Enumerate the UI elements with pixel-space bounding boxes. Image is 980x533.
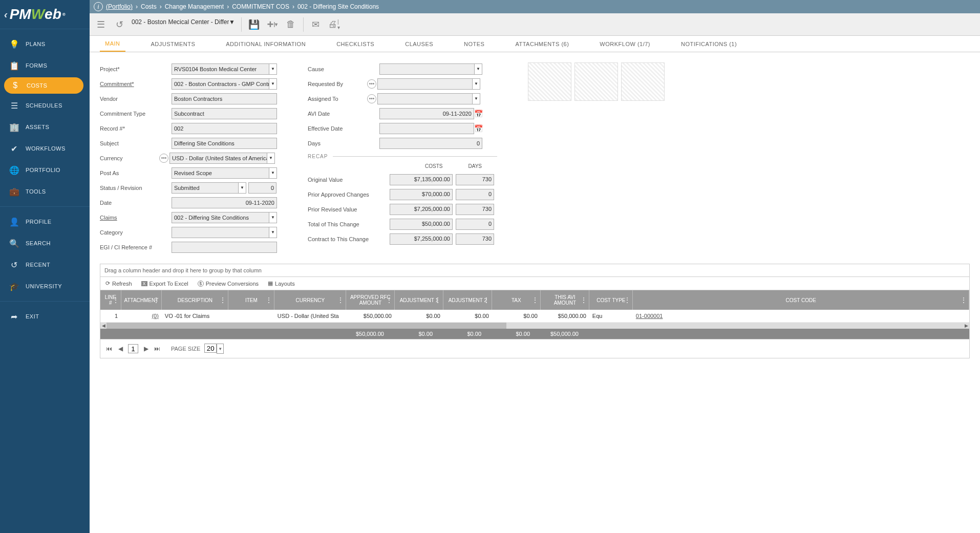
- col-approved[interactable]: APPROVED RFC AMOUNT⋮: [346, 290, 395, 310]
- layouts-button[interactable]: ▦Layouts: [268, 280, 295, 287]
- status-field[interactable]: Submitted: [172, 182, 238, 194]
- claims-link[interactable]: Claims: [100, 215, 172, 221]
- chevron-down-icon[interactable]: ▼: [269, 63, 277, 75]
- chevron-down-icon[interactable]: ▼: [267, 153, 275, 164]
- pager-prev-icon[interactable]: ◀: [117, 345, 124, 352]
- attachment-link[interactable]: (0): [152, 313, 158, 319]
- claims-field[interactable]: 002 - Differing Site Conditions: [172, 212, 269, 223]
- avi-date-field[interactable]: 09-11-2020: [379, 108, 474, 119]
- record-selector[interactable]: 002 - Boston Mecical Center - Differ ▼: [132, 18, 235, 31]
- vendor-field[interactable]: Boston Contractors: [172, 93, 277, 104]
- days-field[interactable]: 0: [379, 138, 482, 149]
- group-drop-zone[interactable]: Drag a column header and drop it here to…: [100, 264, 969, 277]
- col-description[interactable]: DESCRIPTION⋮: [162, 290, 228, 310]
- tab-notifications[interactable]: NOTIFICATIONS (1): [676, 37, 742, 51]
- pager-last-icon[interactable]: ⏭: [154, 345, 161, 352]
- tab-adjustments[interactable]: ADJUSTMENTS: [146, 37, 201, 51]
- breadcrumb-portfolio[interactable]: (Portfolio): [106, 3, 133, 10]
- col-attachment[interactable]: ATTACHMENT⋮: [121, 290, 162, 310]
- col-currency[interactable]: CURRENCY⋮: [274, 290, 346, 310]
- category-field[interactable]: [172, 227, 269, 238]
- nav-assets[interactable]: 🏢ASSETS: [0, 116, 90, 138]
- nav-forms[interactable]: 📋FORMS: [0, 55, 90, 76]
- thumbnail[interactable]: [574, 62, 618, 101]
- scroll-right-icon[interactable]: ▶: [963, 323, 969, 329]
- tab-additional[interactable]: ADDITIONAL INFORMATION: [221, 37, 311, 51]
- delete-icon[interactable]: 🗑: [285, 18, 297, 31]
- nav-plans[interactable]: 💡PLANS: [0, 33, 90, 55]
- thumbnail[interactable]: [621, 62, 665, 101]
- col-costcode[interactable]: COST CODE⋮: [633, 290, 969, 310]
- date-field[interactable]: 09-11-2020: [172, 197, 277, 208]
- post-as-field[interactable]: Revised Scope: [172, 167, 269, 179]
- scroll-left-icon[interactable]: ◀: [100, 323, 106, 329]
- save-icon[interactable]: 💾: [248, 18, 260, 31]
- more-icon[interactable]: •••: [367, 79, 376, 89]
- chevron-down-icon[interactable]: ▼: [269, 212, 277, 223]
- tab-notes[interactable]: NOTES: [459, 37, 489, 51]
- calendar-icon[interactable]: 📅: [474, 123, 482, 134]
- chevron-down-icon[interactable]: ▼: [472, 93, 480, 104]
- col-item[interactable]: ITEM⋮: [228, 290, 274, 310]
- nav-costs[interactable]: $COSTS: [4, 77, 83, 94]
- nav-exit[interactable]: ➦EXIT: [0, 306, 90, 327]
- add-icon[interactable]: +|▾: [266, 18, 279, 31]
- chevron-down-icon[interactable]: ▼: [238, 182, 246, 194]
- preview-button[interactable]: $Preview Conversions: [198, 281, 259, 287]
- tab-clauses[interactable]: CLAUSES: [400, 37, 438, 51]
- nav-schedules[interactable]: ☰SCHEDULES: [0, 95, 90, 116]
- history-icon[interactable]: ↺: [113, 18, 125, 31]
- revision-field[interactable]: 0: [248, 182, 276, 194]
- commitment-link[interactable]: Commitment*: [100, 81, 172, 87]
- calendar-icon[interactable]: 📅: [474, 108, 482, 119]
- pager-page-input[interactable]: [128, 344, 138, 353]
- subject-field[interactable]: Differing Site Conditions: [172, 138, 277, 149]
- cost-code-link[interactable]: 01-000001: [636, 313, 663, 319]
- tab-main[interactable]: MAIN: [100, 36, 125, 52]
- thumbnail[interactable]: [528, 62, 571, 101]
- nav-workflows[interactable]: ✔WORKFLOWS: [0, 138, 90, 159]
- print-icon[interactable]: 🖨|▾: [328, 18, 340, 31]
- col-adj2[interactable]: ADJUSTMENT 2⋮: [443, 290, 492, 310]
- chevron-down-icon[interactable]: ▼: [474, 63, 482, 75]
- chevron-down-icon[interactable]: ▼: [269, 227, 277, 238]
- chevron-down-icon[interactable]: ▼: [269, 167, 277, 179]
- more-icon[interactable]: •••: [159, 154, 168, 163]
- chevron-down-icon[interactable]: ▼: [217, 344, 224, 354]
- mail-icon[interactable]: ✉: [310, 18, 322, 31]
- assigned-to-field[interactable]: [377, 93, 472, 104]
- commitment-field[interactable]: 002 - Boston Contractors - GMP Contra: [172, 78, 269, 90]
- scrollbar-thumb[interactable]: [106, 323, 506, 329]
- info-icon[interactable]: i: [94, 2, 103, 11]
- project-field[interactable]: RVS0104 Boston Medical Center: [172, 63, 269, 75]
- tab-checklists[interactable]: CHECKLISTS: [331, 37, 379, 51]
- col-tax[interactable]: TAX⋮: [492, 290, 541, 310]
- col-adj1[interactable]: ADJUSTMENT 1⋮: [395, 290, 443, 310]
- tab-attachments[interactable]: ATTACHMENTS (6): [510, 37, 574, 51]
- pager-first-icon[interactable]: ⏮: [105, 345, 113, 352]
- tab-workflow[interactable]: WORKFLOW (1/7): [594, 37, 655, 51]
- chevron-down-icon[interactable]: ▼: [229, 18, 235, 31]
- requested-by-field[interactable]: [377, 78, 472, 90]
- col-line[interactable]: LINE #⋮: [100, 290, 121, 310]
- chevron-down-icon[interactable]: ▼: [472, 78, 480, 90]
- page-size-input[interactable]: [204, 344, 217, 353]
- egi-field[interactable]: [172, 242, 277, 253]
- table-row[interactable]: 1 (0) VO -01 for Claims USD - Dollar (Un…: [100, 310, 969, 323]
- record-number-field[interactable]: 002: [172, 123, 277, 134]
- pager-next-icon[interactable]: ▶: [142, 345, 150, 352]
- more-icon[interactable]: •••: [367, 94, 376, 103]
- col-thisavi[interactable]: THIS AVI AMOUNT⋮: [541, 290, 589, 310]
- col-costtype[interactable]: COST TYPE⋮: [589, 290, 633, 310]
- export-button[interactable]: XExport To Excel: [141, 281, 188, 287]
- list-icon[interactable]: ☰: [95, 18, 107, 31]
- nav-recent[interactable]: ↺RECENT: [0, 254, 90, 275]
- currency-field[interactable]: USD - Dollar (United States of America): [169, 153, 267, 164]
- nav-tools[interactable]: 💼TOOLS: [0, 181, 90, 202]
- nav-university[interactable]: 🎓UNIVERSITY: [0, 275, 90, 297]
- refresh-button[interactable]: ⟳Refresh: [105, 280, 132, 287]
- nav-profile[interactable]: 👤PROFILE: [0, 211, 90, 232]
- chevron-down-icon[interactable]: ▼: [269, 78, 277, 90]
- commitment-type-field[interactable]: Subcontract: [172, 108, 277, 119]
- nav-portfolio[interactable]: 🌐PORTFOLIO: [0, 159, 90, 181]
